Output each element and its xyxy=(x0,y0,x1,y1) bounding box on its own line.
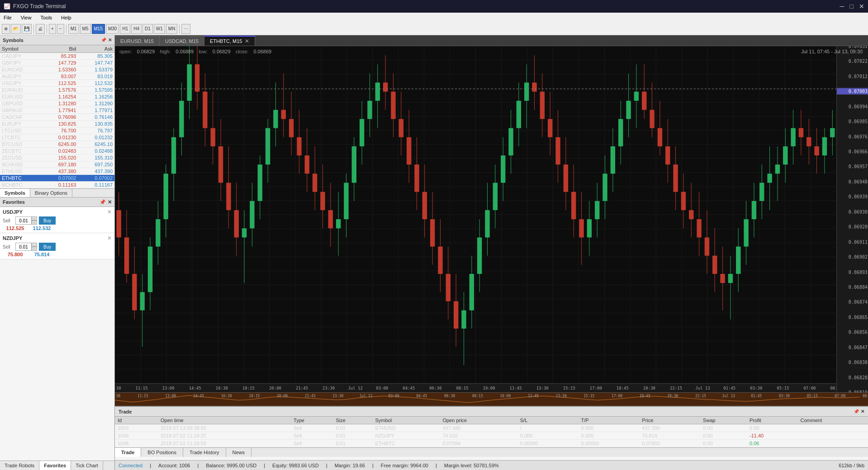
favorites-pin-icon[interactable]: 📌 xyxy=(100,199,106,205)
symbol-row-zecusd[interactable]: ZECUSD155.020155.310 xyxy=(0,155,114,161)
zoom-in-btn[interactable]: + xyxy=(49,24,56,34)
symbol-cell-3: AUDJPY xyxy=(0,73,42,80)
symbol-row-bchbtc[interactable]: BCHBTC0.111630.11167 xyxy=(0,182,114,188)
trade-row-1[interactable]: 10492018.07.02 11:24:37Sell0.01NZDJPY74.… xyxy=(115,432,868,440)
symbol-row-ethbtc[interactable]: ETHBTC0.070020.07002 xyxy=(0,175,114,182)
status-separator2: | xyxy=(197,463,199,468)
symbol-row-audjpy[interactable]: AUDJPY83.00783.019 xyxy=(0,73,114,80)
trade-col-type: Type xyxy=(291,417,333,424)
new-chart-btn[interactable]: ⊕ xyxy=(2,24,10,34)
fav-item-nzdjpy: NZDJPY ✕ Sell ▲ ▼ Buy 75.800 xyxy=(0,233,114,259)
symbol-row-zecbtc[interactable]: ZECBTC0.024830.02488 xyxy=(0,148,114,155)
symbol-row-usdjpy[interactable]: USDJPY112.525112.532 xyxy=(0,80,114,87)
trade-cell-1-10: -11.40 xyxy=(747,432,797,440)
trade-panel-pin-icon[interactable]: 📌 xyxy=(854,409,859,414)
tf-w1[interactable]: W1 xyxy=(154,24,165,34)
trade-row-2[interactable]: 10482018.07.02 11:18:59Sell0.01ETHBTC0.0… xyxy=(115,440,868,447)
symbol-row-eurcad[interactable]: EURCAD1.533601.53379 xyxy=(0,66,114,73)
tf-m1[interactable]: M1 xyxy=(68,24,79,34)
tab-trade[interactable]: Trade xyxy=(115,448,141,457)
menu-tools[interactable]: Tools xyxy=(38,15,54,20)
tab-news[interactable]: News xyxy=(226,448,252,457)
close-button[interactable]: ✕ xyxy=(859,3,864,10)
trade-cell-1-5: 74.532 xyxy=(440,432,517,440)
symbol-row-gbpaud[interactable]: GBPAUD1.779411.77971 xyxy=(0,107,114,114)
chart-tab-eurusd[interactable]: EURUSD, M15 xyxy=(115,36,160,46)
bid-cell-3: 83.007 xyxy=(42,73,78,80)
chart-tabs: EURUSD, M15 USDCAD, M15 ETHBTC, M15 ✕ xyxy=(115,35,868,46)
print-btn[interactable]: 🖨 xyxy=(36,24,45,34)
save-btn[interactable]: 💾 xyxy=(22,24,32,34)
tab-trade-history[interactable]: Trade History xyxy=(183,448,226,457)
symbol-row-eurusd[interactable]: EURUSD1.162541.16256 xyxy=(0,94,114,100)
minimize-button[interactable]: ─ xyxy=(840,3,844,10)
tf-h1[interactable]: H1 xyxy=(120,24,130,34)
trade-cell-2-1: 2018.07.02 11:18:59 xyxy=(158,440,291,447)
symbol-cell-1: GBPJPY xyxy=(0,60,42,66)
tf-m15[interactable]: M15 xyxy=(92,24,105,34)
trade-cell-0-5: 437.380 xyxy=(440,424,517,432)
fav-buy-price-nzdjpy: 75.814 xyxy=(29,252,54,257)
menu-help[interactable]: Help xyxy=(59,15,73,20)
trade-panel-close-icon[interactable]: ✕ xyxy=(861,409,864,414)
symbols-pin-icon[interactable]: 📌 xyxy=(101,38,106,42)
ask-cell-5: 1.57595 xyxy=(78,87,114,94)
symbol-row-euraud[interactable]: EURAUD1.575761.57595 xyxy=(0,87,114,94)
fav-buy-btn-usdjpy[interactable]: Buy xyxy=(39,216,56,225)
fav-qty-nzdjpy: ▲ ▼ xyxy=(15,243,37,251)
fav-qty-input-usdjpy[interactable] xyxy=(15,216,32,225)
fav-symbol-nzdjpy: NZDJPY xyxy=(3,235,22,241)
tf-mn[interactable]: MN xyxy=(166,24,178,34)
symbols-header: Symbols 📌 ✕ xyxy=(0,35,114,45)
symbol-row-ltcbtc[interactable]: LTCBTC0.012300.01232 xyxy=(0,134,114,141)
fav-buy-btn-nzdjpy[interactable]: Buy xyxy=(39,243,56,251)
symbol-row-bchusd[interactable]: BCHUSD697.180697.250 xyxy=(0,161,114,168)
title-bar-right: ─ □ ✕ xyxy=(840,3,864,10)
more-btn[interactable]: ⋯ xyxy=(181,24,190,34)
symbol-cell-18: ETHBTC xyxy=(0,175,42,182)
tf-d1[interactable]: D1 xyxy=(142,24,153,34)
symbol-row-gbpusd[interactable]: GBPUSD1.312801.31290 xyxy=(0,100,114,107)
fav-qty-input-nzdjpy[interactable] xyxy=(15,243,32,251)
maximize-button[interactable]: □ xyxy=(850,3,854,10)
tf-m30[interactable]: M30 xyxy=(106,24,119,34)
tab-trade-robots[interactable]: Trade Robots xyxy=(0,461,39,470)
fav-qty-down-usdjpy[interactable]: ▼ xyxy=(32,221,37,225)
fav-qty-up-usdjpy[interactable]: ▲ xyxy=(32,216,37,221)
symbol-row-cadjpy[interactable]: CADJPY85.29385.305 xyxy=(0,53,114,60)
chart-tab-ethbtc[interactable]: ETHBTC, M15 ✕ xyxy=(204,36,256,46)
fav-close-nzdjpy[interactable]: ✕ xyxy=(107,235,112,241)
tab-binary-options[interactable]: Binary Options xyxy=(30,189,72,197)
symbol-row-btcusd[interactable]: BTCUSD6245.006245.10 xyxy=(0,141,114,148)
tf-m5[interactable]: M5 xyxy=(80,24,91,34)
tab-symbols[interactable]: Symbols xyxy=(0,189,30,197)
symbols-scroll[interactable]: Symbol Bid Ask CADJPY85.29385.305GBPJPY1… xyxy=(0,45,114,188)
menu-file[interactable]: File xyxy=(2,15,14,20)
scroll-area[interactable] xyxy=(115,392,868,406)
symbol-row-cadchf[interactable]: CADCHF0.760960.76146 xyxy=(0,114,114,121)
symbol-row-ethusd[interactable]: ETHUSD437.380437.390 xyxy=(0,168,114,175)
fav-close-usdjpy[interactable]: ✕ xyxy=(107,209,112,215)
fav-qty-down-nzdjpy[interactable]: ▼ xyxy=(32,247,37,251)
fav-sell-price-usdjpy: 112.525 xyxy=(3,226,28,231)
tf-h4[interactable]: H4 xyxy=(131,24,142,34)
open-btn[interactable]: 📂 xyxy=(11,24,21,34)
col-symbol: Symbol xyxy=(0,45,42,53)
chart-tab-close-ethbtc[interactable]: ✕ xyxy=(245,38,249,44)
symbols-close-icon[interactable]: ✕ xyxy=(108,38,112,42)
symbol-row-gbpjpy[interactable]: GBPJPY147.729147.747 xyxy=(0,60,114,66)
chart-tab-usdcad[interactable]: USDCAD, M15 xyxy=(160,36,204,46)
zoom-out-btn[interactable]: − xyxy=(57,24,64,34)
tab-bo-positions[interactable]: BO Positions xyxy=(141,448,183,457)
favorites-close-icon[interactable]: ✕ xyxy=(108,199,112,205)
fav-symbol-usdjpy: USDJPY xyxy=(3,209,23,215)
symbol-row-ltcusd[interactable]: LTCUSD76.70076.797 xyxy=(0,127,114,134)
symbol-row-eurjpy[interactable]: EURJPY130.825130.835 xyxy=(0,121,114,127)
fav-qty-up-nzdjpy[interactable]: ▲ xyxy=(32,243,37,247)
bid-cell-8: 1.77941 xyxy=(42,107,78,114)
tab-tick-chart[interactable]: Tick Chart xyxy=(71,461,103,470)
tab-favorites[interactable]: Favorites xyxy=(39,461,71,470)
menu-view[interactable]: View xyxy=(19,15,33,20)
trade-row-0[interactable]: 10532018.07.13 09:39:02Sell0.01ETHUSD437… xyxy=(115,424,868,432)
trade-col-price: Price xyxy=(639,417,700,424)
